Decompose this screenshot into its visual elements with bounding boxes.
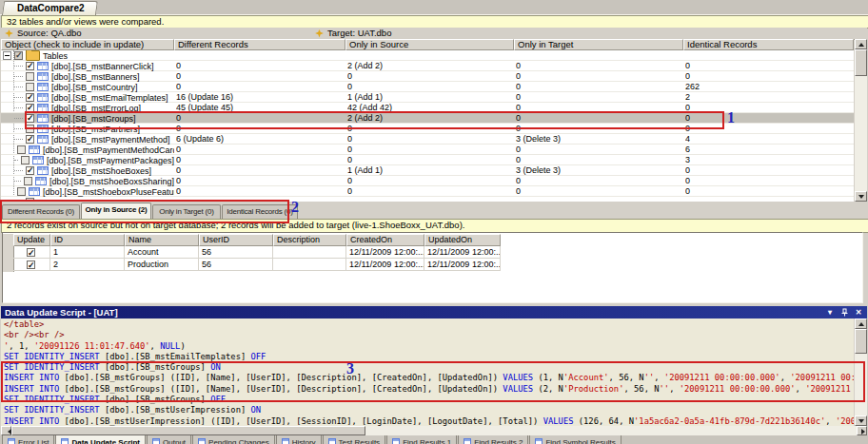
record-column-header-id[interactable]: ID <box>50 234 125 246</box>
record-column-header-update[interactable]: Update <box>13 234 50 246</box>
result-tab-strip: Different Records (0)Only in Source (2)O… <box>2 203 299 219</box>
record-column-header-name[interactable]: Name <box>125 234 199 246</box>
sql-script-editor[interactable]: </table><br /><br />', 1, '20091126 11:0… <box>1 319 854 426</box>
only-in-source-cell: 42 (Add 42) <box>347 103 512 112</box>
script-panel-titlebar[interactable]: Data Update Script - [UAT] ▾ ✕ <box>1 306 867 319</box>
scroll-down-button[interactable] <box>855 415 867 426</box>
tool-tab-find-results-1[interactable]: Find Results 1 <box>386 435 457 444</box>
tool-tab-output[interactable]: Output <box>147 435 191 444</box>
tool-tab-pending-changes[interactable]: Pending Changes <box>192 435 275 444</box>
include-all-checkbox[interactable] <box>14 51 23 60</box>
scrollbar-thumb[interactable] <box>11 426 365 435</box>
tab-datacompare2[interactable]: DataCompare2 <box>2 1 98 15</box>
table-row[interactable]: [dbo].[SB_mstPaymentMethod]6 (Update 6)0… <box>1 134 854 145</box>
include-checkbox[interactable] <box>26 198 34 202</box>
object-cell <box>1 197 174 202</box>
annotation-number-3: 3 <box>346 362 354 376</box>
only-in-source-cell: 2 (Add 2) <box>347 113 512 123</box>
include-checkbox[interactable] <box>26 104 34 112</box>
include-checkbox[interactable] <box>21 156 30 164</box>
record-row[interactable]: 1Account5612/11/2009 12:00:...12/11/2009… <box>13 246 516 259</box>
tool-tab-test-results[interactable]: Test Results <box>323 435 386 444</box>
update-cell <box>13 246 50 259</box>
result-tab-only-in-source-2[interactable]: Only in Source (2) <box>81 203 151 219</box>
tool-tab-find-results-2[interactable]: Find Results 2 <box>458 435 528 444</box>
output-icon <box>152 438 160 444</box>
window-position-menu-button[interactable]: ▾ <box>824 308 836 318</box>
update-checkbox[interactable] <box>27 248 35 257</box>
identical-records-cell: 4 <box>685 134 852 144</box>
include-checkbox[interactable] <box>26 125 34 133</box>
table-row[interactable]: [dbo].[SB_mstPaymentMethodCards]0006 <box>1 145 854 155</box>
table-row[interactable]: [dbo].[SB_mstEmailTemplates]16 (Update 1… <box>1 92 854 103</box>
script-vscrollbar[interactable] <box>855 319 867 426</box>
record-column-header-createdon[interactable]: CreatedOn <box>346 234 424 246</box>
column-header-different-records[interactable]: Different Records <box>174 39 345 50</box>
arrow-up-icon <box>858 43 864 47</box>
scrollbar-thumb[interactable] <box>855 49 867 76</box>
table-name: [dbo].[SB_mstShoeboxPluseFeatures] <box>43 187 174 197</box>
include-checkbox[interactable] <box>26 83 34 91</box>
table-row[interactable]: [dbo].[SB_mstShoeBoxsSharing]0000 <box>1 176 854 186</box>
column-header-identical-records[interactable]: Identical Records <box>683 39 854 50</box>
close-button[interactable]: ✕ <box>853 308 864 318</box>
include-checkbox[interactable] <box>24 177 32 185</box>
pin-button[interactable] <box>838 308 850 318</box>
table-name: [dbo].[SB_mstErrorLog] <box>51 104 141 113</box>
column-header-only-in-target[interactable]: Only in Target <box>514 39 683 50</box>
table-row[interactable]: [dbo].[SB_mstBanners]0000 <box>1 71 854 82</box>
arrow-down-icon <box>858 419 864 423</box>
scroll-up-button[interactable] <box>855 39 867 49</box>
table-row[interactable]: [dbo].[SB_mstShoeboxPluseFeatures]0000 <box>1 186 854 197</box>
tool-tab-error-list[interactable]: Error List <box>2 435 54 444</box>
tool-tab-data-update-script[interactable]: Data Update Script <box>55 435 146 444</box>
only-in-target-cell: 0 <box>516 124 681 133</box>
record-column-header-userid[interactable]: UserID <box>199 234 273 246</box>
table-row[interactable]: [dbo].[SB_mstShoeBoxes]01 (Add 1)3 (Dele… <box>1 165 854 176</box>
include-checkbox[interactable] <box>26 114 34 123</box>
table-row[interactable]: [dbo].[SB_mstBannerClick]02 (Add 2)00 <box>1 61 854 71</box>
scroll-down-button[interactable] <box>855 191 867 202</box>
scroll-up-button[interactable] <box>855 319 867 329</box>
script-panel-title: Data Update Script - [UAT] <box>5 307 118 318</box>
identical-records-cell: 0 <box>685 124 852 133</box>
table-row[interactable]: [dbo].[SB_mstErrorLog]45 (Update 45)42 (… <box>1 103 854 113</box>
tool-tab-find-symbol-results[interactable]: Find Symbol Results <box>529 435 621 444</box>
include-checkbox[interactable] <box>17 187 26 196</box>
script-hscrollbar[interactable] <box>1 426 867 435</box>
column-header-only-in-source[interactable]: Only in Source <box>345 39 514 50</box>
include-checkbox[interactable] <box>26 166 34 175</box>
record-grid-area[interactable]: UpdateIDNameUserIDDescriptionCreatedOnUp… <box>2 232 863 303</box>
record-column-header-updatedon[interactable]: UpdatedOn <box>424 234 501 246</box>
table-row[interactable] <box>1 197 854 202</box>
result-tab-different-records-0[interactable]: Different Records (0) <box>2 204 80 219</box>
tree-collapse-toggle[interactable] <box>3 51 11 60</box>
include-checkbox[interactable] <box>26 135 34 144</box>
tree-branch-line <box>14 107 23 108</box>
identical-records-cell: 0 <box>685 113 852 123</box>
column-header-object[interactable]: Object (check to include in update) <box>1 39 174 50</box>
table-row[interactable]: [dbo].[SB_mstPaymentPackages]0003 <box>1 155 854 165</box>
name-cell: Account <box>125 246 199 259</box>
table-row[interactable]: [dbo].[SB_mstCountry]000262 <box>1 82 854 92</box>
include-checkbox[interactable] <box>26 62 34 70</box>
tool-tab-history[interactable]: History <box>276 435 322 444</box>
table-row[interactable]: [dbo].[SB_mstPartners]0000 <box>1 124 854 134</box>
compare-grid-vscrollbar[interactable] <box>855 39 867 202</box>
scroll-left-button[interactable] <box>1 426 11 435</box>
scroll-right-button[interactable] <box>857 426 867 435</box>
result-tab-identical-records-0[interactable]: Identical Records (0) <box>222 204 298 219</box>
record-column-header-description[interactable]: Description <box>273 234 346 246</box>
include-checkbox[interactable] <box>17 145 26 154</box>
identical-records-cell: 0 <box>685 186 852 196</box>
record-row[interactable]: 2Production5612/11/2009 12:00:...12/11/2… <box>13 259 516 271</box>
compare-grid[interactable]: Tables[dbo].[SB_mstBannerClick]02 (Add 2… <box>1 50 854 202</box>
table-row[interactable]: [dbo].[SB_mstGroups]02 (Add 2)00 <box>1 113 854 124</box>
include-checkbox[interactable] <box>26 93 34 102</box>
result-tab-only-in-target-0[interactable]: Only in Target (0) <box>152 204 221 219</box>
tree-branch-line <box>14 170 23 171</box>
scrollbar-thumb[interactable] <box>855 329 867 354</box>
update-checkbox[interactable] <box>27 261 35 269</box>
tree-root-row[interactable]: Tables <box>1 50 854 61</box>
include-checkbox[interactable] <box>26 72 34 81</box>
